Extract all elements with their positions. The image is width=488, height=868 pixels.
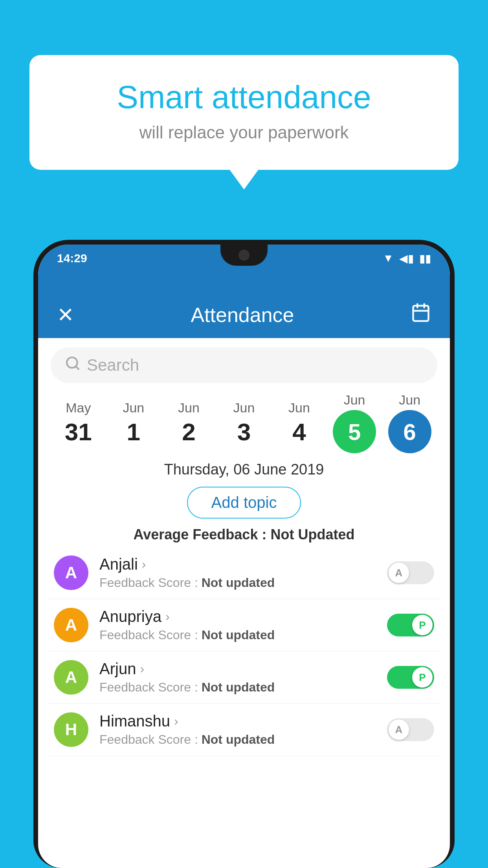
phone-inner: 14:29 ▼ ◀▮ ▮▮ ✕ Attendance [38, 245, 450, 868]
date-day: 5 [333, 410, 376, 453]
app-bar: ✕ Attendance [38, 292, 450, 338]
wifi-icon: ▼ [383, 252, 394, 265]
close-button[interactable]: ✕ [57, 303, 74, 327]
toggle-knob: A [389, 719, 409, 740]
student-name: Anjali › [99, 555, 376, 573]
phone-frame: 14:29 ▼ ◀▮ ▮▮ ✕ Attendance [33, 240, 455, 868]
date-day: 2 [182, 418, 195, 446]
date-month: Jun [178, 400, 200, 416]
avg-feedback-label: Average Feedback : [134, 526, 267, 542]
attendance-toggle[interactable]: A [387, 561, 434, 584]
attendance-toggle[interactable]: P [387, 614, 434, 636]
attendance-toggle[interactable]: P [387, 666, 434, 689]
svg-rect-0 [413, 306, 428, 321]
student-item[interactable]: A Arjun › Feedback Score : Not updated P [48, 651, 440, 704]
chevron-icon: › [174, 714, 178, 728]
date-item[interactable]: Jun 6 [386, 392, 433, 453]
avg-feedback-value: Not Updated [270, 526, 354, 542]
search-bar[interactable]: Search [51, 348, 437, 383]
bubble-title: Smart attendance [61, 79, 427, 116]
speech-bubble-container: Smart attendance will replace your paper… [29, 55, 459, 170]
date-item[interactable]: Jun 1 [110, 400, 157, 446]
phone-notch-area: 14:29 ▼ ◀▮ ▮▮ [38, 245, 450, 292]
student-item[interactable]: H Himanshu › Feedback Score : Not update… [48, 704, 440, 756]
chevron-icon: › [140, 662, 144, 676]
student-info: Arjun › Feedback Score : Not updated [99, 660, 376, 695]
app-title: Attendance [191, 303, 294, 327]
date-day: 1 [127, 418, 140, 446]
avg-feedback: Average Feedback : Not Updated [38, 519, 450, 547]
feedback-score: Feedback Score : Not updated [99, 628, 376, 642]
date-day: 3 [237, 418, 251, 446]
svg-line-5 [76, 366, 79, 369]
toggle-knob: P [412, 615, 433, 635]
bubble-subtitle: will replace your paperwork [61, 123, 427, 142]
avatar: A [54, 608, 88, 642]
avatar: A [54, 660, 88, 695]
student-info: Anupriya › Feedback Score : Not updated [99, 608, 376, 642]
toggle-knob: A [389, 563, 409, 583]
date-day: 31 [65, 418, 92, 446]
notch-cutout [220, 245, 268, 266]
student-name: Arjun › [99, 660, 376, 678]
search-icon [65, 355, 81, 375]
date-month: Jun [344, 392, 365, 408]
signal-icon: ◀▮ [399, 252, 414, 265]
student-info: Anjali › Feedback Score : Not updated [99, 555, 376, 590]
date-item[interactable]: Jun 5 [331, 392, 378, 453]
date-month: Jun [399, 392, 420, 408]
date-month: May [66, 400, 91, 416]
camera-dot [238, 250, 250, 261]
selected-date-label: Thursday, 06 June 2019 [38, 453, 450, 484]
student-info: Himanshu › Feedback Score : Not updated [99, 712, 376, 747]
feedback-score: Feedback Score : Not updated [99, 732, 376, 747]
calendar-button[interactable] [411, 302, 431, 327]
status-time: 14:29 [57, 252, 87, 265]
speech-bubble: Smart attendance will replace your paper… [29, 55, 459, 170]
attendance-toggle[interactable]: A [387, 718, 434, 741]
chevron-icon: › [142, 557, 146, 572]
search-text: Search [87, 356, 139, 375]
chevron-icon: › [165, 609, 170, 624]
date-item[interactable]: Jun 4 [276, 400, 323, 446]
student-list: A Anjali › Feedback Score : Not updated … [38, 547, 450, 756]
status-icons: ▼ ◀▮ ▮▮ [383, 252, 431, 265]
student-item[interactable]: A Anjali › Feedback Score : Not updated … [48, 547, 440, 599]
add-topic-button[interactable]: Add topic [187, 487, 301, 519]
date-month: Jun [123, 400, 144, 416]
student-item[interactable]: A Anupriya › Feedback Score : Not update… [48, 599, 440, 651]
student-name: Himanshu › [99, 712, 376, 730]
date-day: 4 [292, 418, 306, 446]
date-item[interactable]: May 31 [55, 400, 102, 446]
date-strip: May 31 Jun 1 Jun 2 Jun 3 Jun 4 Jun 5 Jun… [38, 383, 450, 453]
date-month: Jun [288, 400, 310, 416]
date-item[interactable]: Jun 2 [165, 400, 212, 446]
feedback-score: Feedback Score : Not updated [99, 576, 376, 590]
date-day: 6 [388, 410, 431, 453]
avatar: A [54, 555, 88, 590]
avatar: H [54, 712, 88, 747]
date-item[interactable]: Jun 3 [220, 400, 268, 446]
toggle-knob: P [412, 667, 433, 688]
student-name: Anupriya › [99, 608, 376, 625]
feedback-score: Feedback Score : Not updated [99, 680, 376, 695]
battery-icon: ▮▮ [419, 252, 431, 265]
date-month: Jun [233, 400, 255, 416]
